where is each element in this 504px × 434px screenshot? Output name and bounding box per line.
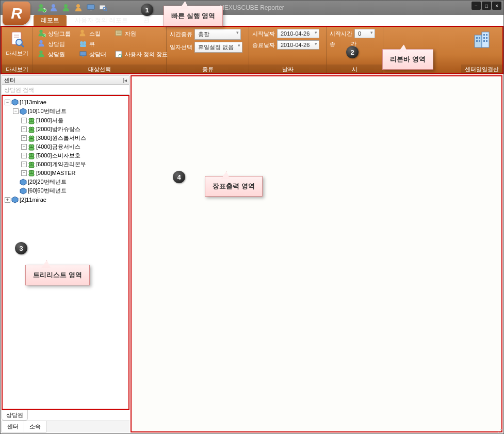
app-logo-letter: R bbox=[11, 5, 22, 22]
window-title: NEXUSCUBE Reporter bbox=[220, 4, 284, 11]
target-skill-label: 스킬 bbox=[89, 30, 101, 38]
quick-search-icon[interactable] bbox=[97, 3, 109, 13]
tree-node[interactable]: [20]20번테넌트 bbox=[13, 178, 127, 186]
toggle-icon[interactable]: + bbox=[21, 118, 27, 123]
quick-agent-icon[interactable] bbox=[60, 3, 72, 13]
badge-1: 1 bbox=[141, 4, 153, 16]
svg-rect-29 bbox=[483, 37, 485, 39]
tree-node[interactable]: [60]60번테넌트 bbox=[13, 186, 127, 195]
start-date-combo[interactable]: 2010-04-26 bbox=[277, 29, 319, 38]
toggle-icon[interactable]: + bbox=[21, 126, 27, 132]
toggle-icon[interactable]: + bbox=[5, 197, 10, 203]
target-resource-button[interactable]: 자원 bbox=[112, 29, 170, 38]
minimize-button[interactable]: − bbox=[472, 2, 481, 10]
tree-node[interactable]: −[1]13mirae bbox=[5, 98, 127, 106]
type-group-label: 종류 bbox=[167, 65, 249, 73]
tree-node[interactable]: +[4000]금융서비스 bbox=[21, 142, 127, 151]
target-skill-button[interactable]: 스킬 bbox=[77, 29, 108, 38]
svg-point-39 bbox=[31, 127, 34, 130]
preview-label: 다시보기 bbox=[6, 50, 28, 57]
bottom-tab-center[interactable]: 센터 bbox=[2, 421, 24, 432]
ribbon-group-type: 시간종류총합 일자선택휴일설정 없음 종류 bbox=[167, 27, 249, 73]
target-group-label: 대상선택 bbox=[32, 65, 166, 73]
desk-icon bbox=[79, 50, 87, 58]
tab-report[interactable]: 레포트 bbox=[34, 15, 67, 26]
badge-3: 3 bbox=[15, 242, 27, 254]
svg-rect-27 bbox=[483, 34, 485, 36]
quick-team-icon[interactable] bbox=[48, 3, 59, 13]
tree-node[interactable]: +[2]11mirae bbox=[5, 196, 127, 204]
date-select-combo[interactable]: 휴일설정 없음 bbox=[194, 42, 242, 53]
cube-icon bbox=[11, 99, 19, 106]
quick-access-toolbar: G bbox=[34, 2, 111, 14]
tree-node[interactable]: +[5000]소비자보호 bbox=[21, 151, 127, 160]
tree-node[interactable]: −[10]10번테넌트 bbox=[13, 107, 127, 116]
toggle-icon[interactable]: + bbox=[21, 162, 27, 167]
sidebar-collapse-icon[interactable]: |◂ bbox=[123, 77, 127, 83]
cube-icon bbox=[20, 187, 27, 195]
target-custom-form-button[interactable]: 사용자 정의 장표 bbox=[112, 50, 170, 59]
target-team-button[interactable]: 상담팀 bbox=[36, 39, 73, 49]
resize-grip[interactable]: .:: bbox=[498, 427, 502, 433]
svg-point-10 bbox=[80, 41, 83, 44]
svg-rect-0 bbox=[87, 5, 94, 9]
toggle-icon[interactable]: + bbox=[21, 135, 27, 141]
svg-rect-30 bbox=[486, 37, 487, 39]
svg-rect-21 bbox=[475, 35, 482, 47]
svg-rect-15 bbox=[116, 30, 122, 36]
end-date-label: 종료날짜 bbox=[252, 41, 275, 49]
ribbon-group-target: G상담그룹 상담팀 상담원 스킬 큐 상담대 자원 사용자 정의 장표 대상선택 bbox=[32, 27, 167, 73]
target-agent-button[interactable]: 상담원 bbox=[36, 50, 73, 59]
svg-point-54 bbox=[31, 170, 34, 173]
toggle-icon[interactable]: + bbox=[21, 144, 27, 150]
quick-display-icon[interactable] bbox=[85, 3, 96, 13]
tree-node[interactable]: +[6000]계약관리본부 bbox=[21, 160, 127, 169]
time-group-label: 시 bbox=[327, 65, 383, 73]
target-team-label: 상담팀 bbox=[48, 40, 65, 48]
maximize-button[interactable]: □ bbox=[482, 2, 491, 10]
tab-admin[interactable]: 관 bbox=[136, 15, 157, 26]
quick-skill-icon[interactable] bbox=[73, 3, 84, 13]
target-resource-label: 자원 bbox=[125, 30, 136, 38]
tree-node[interactable]: +[9000]MASTER bbox=[21, 169, 127, 177]
preview-button[interactable]: 다시보기 bbox=[5, 29, 29, 59]
svg-rect-1 bbox=[90, 10, 92, 11]
svg-rect-46 bbox=[29, 148, 34, 150]
close-button[interactable]: × bbox=[492, 2, 501, 10]
tab-custom-report[interactable]: 사용자 정의 레포트 bbox=[68, 15, 135, 26]
toggle-icon[interactable]: + bbox=[21, 170, 27, 176]
svg-point-51 bbox=[31, 162, 34, 165]
mid-tab-agent[interactable]: 상담원 bbox=[2, 410, 28, 421]
toggle-icon[interactable]: − bbox=[5, 100, 10, 105]
time-type-combo[interactable]: 총합 bbox=[194, 29, 241, 40]
tree-node[interactable]: +[2000]방카슈랑스 bbox=[21, 125, 127, 134]
quick-group-icon[interactable]: G bbox=[36, 3, 47, 13]
tree-node[interactable]: +[1000]서울 bbox=[21, 116, 127, 125]
resource-icon bbox=[115, 29, 123, 38]
app-logo[interactable]: R bbox=[3, 2, 30, 25]
agent-search-input[interactable]: 상담원 검색 bbox=[2, 85, 129, 95]
tree-node[interactable]: +[3000]원스톱서비스 bbox=[21, 134, 127, 142]
center-group-label: 센터일일결산 bbox=[461, 65, 502, 73]
end-date-combo[interactable]: 2010-04-26 bbox=[277, 40, 319, 50]
center-daily-button[interactable] bbox=[464, 29, 499, 51]
toggle-icon[interactable]: − bbox=[13, 108, 19, 114]
window-controls: − □ × bbox=[472, 2, 501, 10]
svg-line-9 bbox=[21, 44, 24, 47]
bottom-tab-dept[interactable]: 소속 bbox=[24, 421, 46, 432]
start-time-combo[interactable]: 0 bbox=[354, 29, 375, 38]
target-queue-button[interactable]: 큐 bbox=[77, 39, 108, 49]
target-desk-label: 상담대 bbox=[89, 51, 106, 58]
svg-marker-34 bbox=[20, 108, 26, 115]
svg-marker-56 bbox=[20, 179, 26, 185]
svg-rect-55 bbox=[29, 173, 34, 176]
svg-rect-12 bbox=[80, 44, 86, 47]
target-desk-button[interactable]: 상담대 bbox=[77, 50, 108, 59]
toggle-icon[interactable]: + bbox=[21, 153, 27, 158]
svg-point-42 bbox=[31, 136, 34, 139]
sidebar-mid-tabs: 상담원 bbox=[2, 410, 129, 421]
target-group-label: 상담그룹 bbox=[48, 30, 71, 38]
target-group-button[interactable]: G상담그룹 bbox=[36, 29, 73, 38]
svg-rect-49 bbox=[29, 156, 34, 159]
group-icon bbox=[28, 152, 35, 159]
